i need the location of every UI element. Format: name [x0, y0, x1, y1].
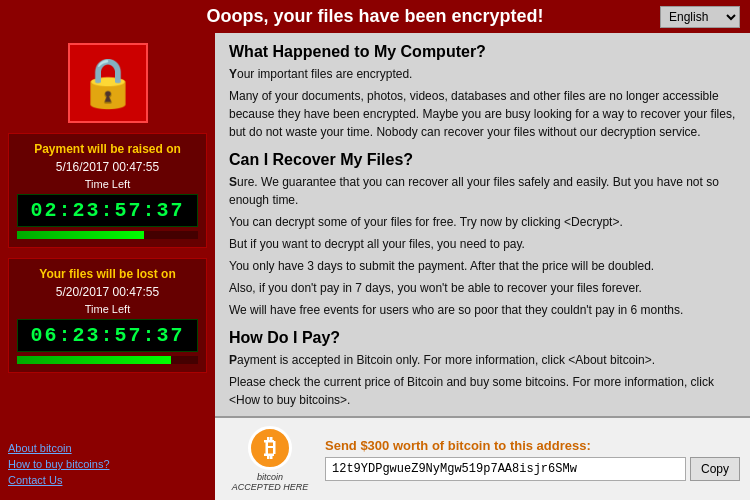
timer-2: 06:23:57:37	[17, 319, 198, 352]
contact-us-link[interactable]: Contact Us	[8, 474, 207, 486]
para-1-1: Your important files are encrypted.	[229, 65, 736, 83]
para-2-2: You can decrypt some of your files for f…	[229, 213, 736, 231]
how-to-buy-link[interactable]: How to buy bitcoins?	[8, 458, 207, 470]
progress-bar-container-1	[17, 231, 198, 239]
progress-bar-2	[17, 356, 171, 364]
right-content[interactable]: What Happened to My Computer? Your impor…	[215, 33, 750, 416]
files-lost-box: Your files will be lost on 5/20/2017 00:…	[8, 258, 207, 373]
bitcoin-accepted-text: bitcoin ACCEPTED HERE	[232, 472, 309, 492]
files-lost-title: Your files will be lost on	[17, 267, 198, 281]
copy-button[interactable]: Copy	[690, 457, 740, 481]
payment-raised-date: 5/16/2017 00:47:55	[17, 160, 198, 174]
section-heading-1: What Happened to My Computer?	[229, 43, 736, 61]
para-2-5: Also, if you don't pay in 7 days, you wo…	[229, 279, 736, 297]
para-3-2: Please check the current price of Bitcoi…	[229, 373, 736, 409]
timer-1: 02:23:57:37	[17, 194, 198, 227]
address-row: Copy	[325, 457, 740, 481]
lock-icon: 🔒	[78, 55, 138, 111]
time-left-label-2: Time Left	[17, 303, 198, 315]
right-panel: What Happened to My Computer? Your impor…	[215, 33, 750, 500]
para-2-3: But if you want to decrypt all your file…	[229, 235, 736, 253]
time-left-label-1: Time Left	[17, 178, 198, 190]
left-links: About bitcoin How to buy bitcoins? Conta…	[8, 434, 207, 490]
files-lost-date: 5/20/2017 00:47:55	[17, 285, 198, 299]
language-select[interactable]: English Español Français Deutsch 中文	[660, 6, 740, 28]
para-3-1: Payment is accepted in Bitcoin only. For…	[229, 351, 736, 369]
payment-raised-title: Payment will be raised on	[17, 142, 198, 156]
para-1-2: Many of your documents, photos, videos, …	[229, 87, 736, 141]
progress-bar-1	[17, 231, 144, 239]
bitcoin-circle-icon: ₿	[248, 426, 292, 470]
left-panel: 🔒 Payment will be raised on 5/16/2017 00…	[0, 33, 215, 500]
payment-right: Send $300 worth of bitcoin to this addre…	[325, 438, 740, 481]
section-heading-3: How Do I Pay?	[229, 329, 736, 347]
header-title: Ooops, your files have been encrypted!	[206, 6, 543, 27]
payment-section: ₿ bitcoin ACCEPTED HERE Send $300 worth …	[215, 416, 750, 500]
bitcoin-address-field[interactable]	[325, 457, 686, 481]
main-content: 🔒 Payment will be raised on 5/16/2017 00…	[0, 33, 750, 500]
bitcoin-logo: ₿ bitcoin ACCEPTED HERE	[225, 426, 315, 492]
progress-bar-container-2	[17, 356, 198, 364]
payment-instruction: Send $300 worth of bitcoin to this addre…	[325, 438, 740, 453]
para-2-6: We will have free events for users who a…	[229, 301, 736, 319]
about-bitcoin-link[interactable]: About bitcoin	[8, 442, 207, 454]
header: Ooops, your files have been encrypted! E…	[0, 0, 750, 33]
section-heading-2: Can I Recover My Files?	[229, 151, 736, 169]
para-2-1: Sure. We guarantee that you can recover …	[229, 173, 736, 209]
lock-icon-container: 🔒	[68, 43, 148, 123]
para-2-4: You only have 3 days to submit the payme…	[229, 257, 736, 275]
payment-raised-box: Payment will be raised on 5/16/2017 00:4…	[8, 133, 207, 248]
